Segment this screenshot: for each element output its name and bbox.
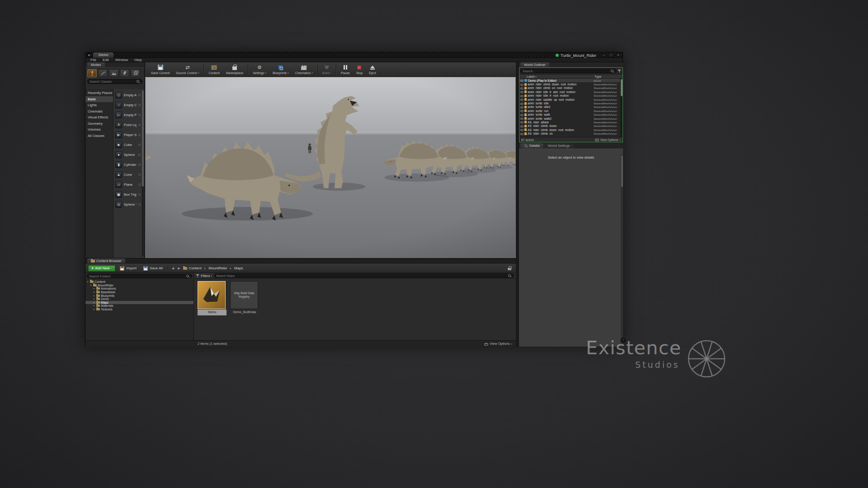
drag-handle[interactable] xyxy=(138,154,141,156)
expander-icon[interactable]: ▸ xyxy=(93,291,95,294)
cinematics-button[interactable]: Cinematics▾ xyxy=(292,62,316,76)
expander-icon[interactable]: ▸ xyxy=(93,301,95,304)
breadcrumb-content[interactable]: Content xyxy=(189,266,202,270)
add-new-button[interactable]: + Add New ▾ xyxy=(88,265,115,272)
back-arrow-icon[interactable]: ◀ xyxy=(171,267,175,270)
drag-handle[interactable] xyxy=(138,124,141,126)
visibility-eye-icon[interactable] xyxy=(520,87,523,89)
eject-button[interactable]: Eject xyxy=(366,62,379,76)
content-browser-tab[interactable]: Content Browser xyxy=(87,258,125,263)
outliner-scrollbar[interactable] xyxy=(620,79,623,137)
tree-row-blueprints[interactable]: ▸Blueprints xyxy=(85,294,193,297)
asset-demo[interactable]: Demo xyxy=(198,281,226,315)
outliner-row[interactable]: anim_rider_saddle_up_root_motionSkeletal… xyxy=(519,98,620,101)
category-cinematic[interactable]: Cinematic xyxy=(85,108,113,115)
drag-handle[interactable] xyxy=(138,183,141,186)
visibility-eye-icon[interactable] xyxy=(520,98,523,101)
level-tab[interactable]: Demo xyxy=(93,52,113,58)
expander-icon[interactable]: ▸ xyxy=(93,294,95,297)
category-lights[interactable]: Lights xyxy=(85,102,113,108)
place-item-empty-actor[interactable]: ◇Empty Actor xyxy=(115,90,141,100)
paint-mode-icon[interactable] xyxy=(98,69,108,77)
category-volumes[interactable]: Volumes xyxy=(85,127,113,133)
outliner-row[interactable]: AS_rider_climb_down_root_motionSkeletalM… xyxy=(519,128,620,131)
place-item-plane[interactable]: ▱Plane xyxy=(115,179,141,189)
place-item-empty-pawn[interactable]: ▷Empty Pawn xyxy=(115,110,141,120)
expander-icon[interactable]: ▾ xyxy=(90,284,92,287)
stop-button[interactable]: Stop xyxy=(353,62,366,76)
geometry-mode-icon[interactable] xyxy=(131,69,140,77)
settings-button[interactable]: ⚙ Settings▾ xyxy=(250,62,269,76)
close-button[interactable]: × xyxy=(615,53,621,57)
visibility-eye-icon[interactable] xyxy=(520,106,523,108)
outliner-row[interactable]: anim_turtle_walkSkeletalMeshActor xyxy=(519,113,620,117)
outliner-search-input[interactable] xyxy=(523,70,609,73)
visibility-eye-icon[interactable] xyxy=(520,79,523,82)
outliner-row[interactable]: anim_turtle_idleSkeletalMeshActor xyxy=(519,101,620,105)
visibility-eye-icon[interactable] xyxy=(520,102,523,105)
tree-row-materials[interactable]: ▸Materials xyxy=(85,304,193,308)
drag-handle[interactable] xyxy=(138,203,141,206)
outliner-row[interactable]: AS_rider_climb_downSkeletalMeshActor xyxy=(519,124,620,128)
asset-demo-builtdata[interactable]: Map Build Data Registry Demo_BuiltData xyxy=(230,281,259,315)
outliner-row-world[interactable]: Demo (Play In Editor)World xyxy=(519,79,620,82)
minimize-button[interactable]: – xyxy=(601,53,607,57)
marketplace-button[interactable]: Marketplace xyxy=(223,62,246,76)
expander-icon[interactable]: ▸ xyxy=(93,304,95,307)
expander-icon[interactable]: ▾ xyxy=(86,280,89,283)
drag-handle[interactable] xyxy=(138,104,141,106)
visibility-eye-icon[interactable] xyxy=(520,128,523,131)
visibility-eye-icon[interactable] xyxy=(520,132,523,135)
build-button[interactable]: ⚒ Build▾ xyxy=(319,62,335,76)
visibility-eye-icon[interactable] xyxy=(520,125,523,127)
drag-handle[interactable] xyxy=(138,174,141,176)
category-recently-placed[interactable]: Recently Placed xyxy=(85,90,113,96)
forward-arrow-icon[interactable]: ▶ xyxy=(177,267,181,270)
modes-tab[interactable]: Modes xyxy=(87,62,105,67)
foliage-mode-icon[interactable] xyxy=(120,69,129,77)
place-list-scrollbar[interactable] xyxy=(142,90,144,257)
outliner-row[interactable]: AS_rider_climb_onSkeletalMeshActor xyxy=(519,131,620,135)
visibility-eye-icon[interactable] xyxy=(520,117,523,120)
label-column-header[interactable]: Label xyxy=(527,75,534,78)
type-column-header[interactable]: Type xyxy=(594,75,623,78)
place-item-empty-character[interactable]: ○Empty Chara xyxy=(115,100,141,110)
tree-row-content[interactable]: ▾Content xyxy=(85,280,193,284)
tree-row-textures[interactable]: ▸Textures xyxy=(85,308,193,311)
place-item-sphere-trigger[interactable]: ◎Sphere Trigg xyxy=(115,199,141,209)
outliner-row[interactable]: anim_rider_climb_down_root_motionSkeleta… xyxy=(519,82,620,86)
tab-world-settings[interactable]: World Settings xyxy=(544,143,574,149)
place-item-sphere[interactable]: ●Sphere xyxy=(115,150,141,160)
outliner-row[interactable]: anim_rider_idle_tr_root_motionSkeletalMe… xyxy=(519,94,620,98)
blueprints-button[interactable]: Blueprints▾ xyxy=(269,62,292,76)
expander-icon[interactable]: ▸ xyxy=(93,308,95,311)
content-button[interactable]: Content xyxy=(205,62,223,76)
visibility-eye-icon[interactable] xyxy=(520,109,523,112)
source-control-button[interactable]: ⇄ Source Control▾ xyxy=(173,62,202,76)
maximize-button[interactable]: □ xyxy=(608,53,614,57)
visibility-eye-icon[interactable] xyxy=(520,113,523,116)
visibility-eye-icon[interactable] xyxy=(520,121,523,123)
lock-icon[interactable] xyxy=(508,266,511,271)
pause-button[interactable]: Pause xyxy=(338,62,353,76)
outliner-row[interactable]: anim_turtle_walk2SkeletalMeshActor xyxy=(519,117,620,120)
drag-handle[interactable] xyxy=(138,164,141,166)
level-viewport[interactable] xyxy=(145,77,516,258)
place-mode-icon[interactable] xyxy=(87,69,97,77)
expander-icon[interactable]: ▸ xyxy=(93,287,95,290)
folders-search-input[interactable] xyxy=(89,275,184,278)
modes-search-input[interactable] xyxy=(90,80,135,83)
expander-icon[interactable]: ▸ xyxy=(93,297,95,300)
category-all-classes[interactable]: All Classes xyxy=(85,133,113,139)
place-item-cylinder[interactable]: ▮Cylinder xyxy=(115,160,141,169)
outliner-filter-icon[interactable] xyxy=(618,69,622,73)
category-geometry[interactable]: Geometry xyxy=(85,121,113,127)
visibility-eye-icon[interactable] xyxy=(520,94,523,97)
breadcrumb-mountrider[interactable]: MountRider xyxy=(208,266,227,270)
landscape-mode-icon[interactable] xyxy=(109,69,118,77)
drag-handle[interactable] xyxy=(138,144,141,146)
place-item-cube[interactable]: ■Cube xyxy=(115,140,141,150)
tab-details[interactable]: Details xyxy=(520,143,543,149)
tree-row-demo[interactable]: ▸Demo xyxy=(85,297,193,301)
save-current-button[interactable]: Save Current xyxy=(148,62,173,76)
